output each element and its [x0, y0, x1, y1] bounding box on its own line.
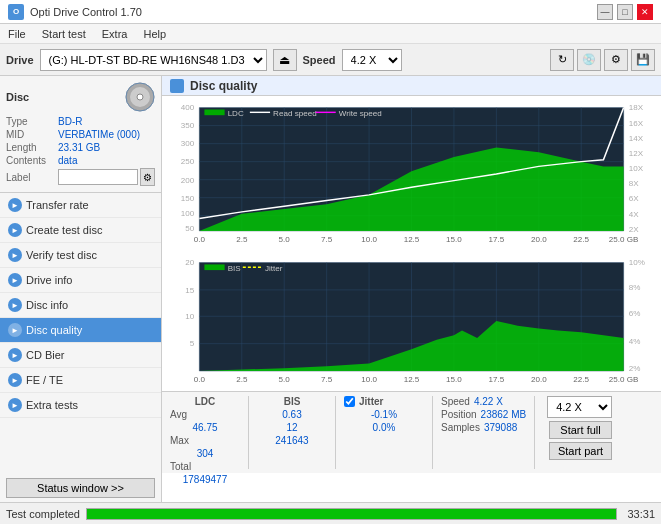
- minimize-button[interactable]: —: [597, 4, 613, 20]
- titlebar-left: O Opti Drive Control 1.70: [8, 4, 142, 20]
- speed-row-label: Speed: [441, 396, 470, 407]
- start-full-button[interactable]: Start full: [549, 421, 612, 439]
- nav-verify-test-disc[interactable]: ► Verify test disc: [0, 243, 161, 268]
- disc-info-panel: Disc Type BD-R MID VERBATIMe (000) Lengt…: [0, 76, 161, 193]
- divider-3: [432, 396, 433, 469]
- svg-text:350: 350: [181, 122, 195, 131]
- svg-text:2X: 2X: [629, 225, 640, 234]
- svg-text:6%: 6%: [629, 310, 641, 319]
- svg-text:20.0: 20.0: [531, 376, 547, 385]
- bis-header: BIS: [257, 396, 327, 407]
- menu-start-test[interactable]: Start test: [38, 27, 90, 41]
- jitter-checkbox[interactable]: [344, 396, 355, 407]
- svg-rect-97: [204, 264, 224, 270]
- nav-items: ► Transfer rate ► Create test disc ► Ver…: [0, 193, 161, 418]
- top-chart-svg: 400 350 300 250 200 150 100 50 18X 16X 1…: [164, 100, 659, 247]
- svg-text:17.5: 17.5: [489, 376, 505, 385]
- svg-text:Write speed: Write speed: [339, 109, 382, 118]
- svg-text:10%: 10%: [629, 259, 645, 268]
- divider-2: [335, 396, 336, 469]
- menu-help[interactable]: Help: [139, 27, 170, 41]
- menu-file[interactable]: File: [4, 27, 30, 41]
- speed-label: Speed: [303, 54, 336, 66]
- svg-text:4%: 4%: [629, 337, 641, 346]
- start-part-button[interactable]: Start part: [549, 442, 612, 460]
- avg-label: Avg: [170, 409, 240, 420]
- svg-text:300: 300: [181, 140, 195, 149]
- nav-cd-bier[interactable]: ► CD Bier: [0, 343, 161, 368]
- settings-icon[interactable]: ⚙: [604, 49, 628, 71]
- disc-type-label: Type: [6, 116, 58, 127]
- close-button[interactable]: ✕: [637, 4, 653, 20]
- nav-transfer-rate-label: Transfer rate: [26, 199, 89, 211]
- disc-length-row: Length 23.31 GB: [6, 142, 155, 153]
- disc-info-icon: ►: [8, 298, 22, 312]
- main-area: Disc Type BD-R MID VERBATIMe (000) Lengt…: [0, 76, 661, 502]
- disc-label-input[interactable]: [58, 169, 138, 185]
- disc-mid-row: MID VERBATIMe (000): [6, 129, 155, 140]
- samples-value: 379088: [484, 422, 517, 433]
- divider-1: [248, 396, 249, 469]
- svg-text:17.5: 17.5: [488, 235, 504, 244]
- disc-contents-label: Contents: [6, 155, 58, 166]
- jitter-col: Jitter -0.1% 0.0%: [344, 396, 424, 433]
- svg-text:150: 150: [181, 194, 195, 203]
- maximize-button[interactable]: □: [617, 4, 633, 20]
- svg-text:25.0 GB: 25.0 GB: [609, 235, 639, 244]
- save-icon[interactable]: 💾: [631, 49, 655, 71]
- disc-label-row: Label ⚙: [6, 168, 155, 186]
- nav-transfer-rate[interactable]: ► Transfer rate: [0, 193, 161, 218]
- app-title: Opti Drive Control 1.70: [30, 6, 142, 18]
- nav-disc-quality[interactable]: ► Disc quality: [0, 318, 161, 343]
- drivebar: Drive (G:) HL-DT-ST BD-RE WH16NS48 1.D3 …: [0, 44, 661, 76]
- drive-select[interactable]: (G:) HL-DT-ST BD-RE WH16NS48 1.D3: [40, 49, 267, 71]
- svg-text:2.5: 2.5: [236, 235, 248, 244]
- disc-header: Disc: [6, 82, 155, 112]
- speed-info: Speed 4.22 X Position 23862 MB Samples 3…: [441, 396, 526, 433]
- nav-verify-test-disc-label: Verify test disc: [26, 249, 97, 261]
- ldc-total: 17849477: [170, 474, 240, 485]
- svg-text:10: 10: [185, 312, 195, 321]
- transfer-rate-icon: ►: [8, 198, 22, 212]
- refresh-icon[interactable]: ↻: [550, 49, 574, 71]
- cd-bier-icon: ►: [8, 348, 22, 362]
- disc-contents-value: data: [58, 155, 77, 166]
- svg-text:Read speed: Read speed: [273, 109, 317, 118]
- status-window-button[interactable]: Status window >>: [6, 478, 155, 498]
- nav-disc-info[interactable]: ► Disc info: [0, 293, 161, 318]
- ldc-max: 304: [170, 448, 240, 459]
- disc-icon[interactable]: 💿: [577, 49, 601, 71]
- speed-select[interactable]: 4.2 X: [342, 49, 402, 71]
- disc-label-button[interactable]: ⚙: [140, 168, 155, 186]
- svg-text:5.0: 5.0: [279, 376, 291, 385]
- eject-button[interactable]: ⏏: [273, 49, 297, 71]
- nav-fe-te[interactable]: ► FE / TE: [0, 368, 161, 393]
- ldc-col: LDC Avg 46.75 Max 304 Total 17849477: [170, 396, 240, 485]
- svg-text:22.5: 22.5: [573, 235, 589, 244]
- verify-test-disc-icon: ►: [8, 248, 22, 262]
- titlebar: O Opti Drive Control 1.70 — □ ✕: [0, 0, 661, 24]
- svg-text:2%: 2%: [629, 364, 641, 373]
- disc-length-label: Length: [6, 142, 58, 153]
- create-test-disc-icon: ►: [8, 223, 22, 237]
- nav-drive-info[interactable]: ► Drive info: [0, 268, 161, 293]
- charts-container: 400 350 300 250 200 150 100 50 18X 16X 1…: [162, 96, 661, 502]
- nav-create-test-disc[interactable]: ► Create test disc: [0, 218, 161, 243]
- nav-drive-info-label: Drive info: [26, 274, 72, 286]
- disc-panel-title: Disc: [6, 91, 29, 103]
- nav-cd-bier-label: CD Bier: [26, 349, 65, 361]
- test-speed-select[interactable]: 4.2 X: [547, 396, 612, 418]
- bottom-chart-svg: 20 15 10 5 10% 8% 6% 4% 2% 0.0 2.5 5.0 7…: [164, 255, 659, 387]
- stats-panel: LDC Avg 46.75 Max 304 Total 17849477 BIS…: [162, 391, 661, 473]
- drive-label: Drive: [6, 54, 34, 66]
- menu-extra[interactable]: Extra: [98, 27, 132, 41]
- disc-label-label: Label: [6, 172, 58, 183]
- svg-text:20.0: 20.0: [531, 235, 547, 244]
- titlebar-controls: — □ ✕: [597, 4, 653, 20]
- svg-text:12.5: 12.5: [404, 235, 420, 244]
- divider-4: [534, 396, 535, 469]
- total-label: Total: [170, 461, 240, 472]
- chart-header-icon: [170, 79, 184, 93]
- nav-extra-tests[interactable]: ► Extra tests: [0, 393, 161, 418]
- nav-extra-tests-label: Extra tests: [26, 399, 78, 411]
